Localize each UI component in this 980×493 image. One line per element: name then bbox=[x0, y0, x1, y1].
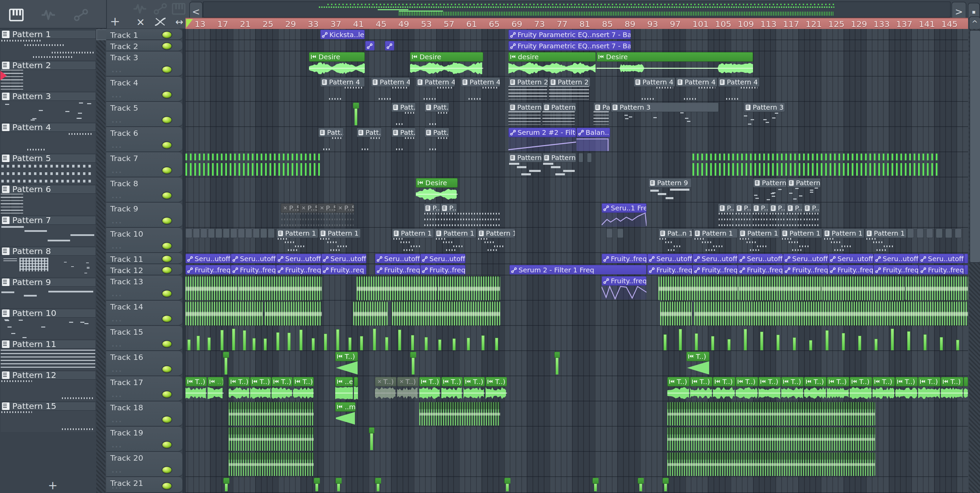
track-mute-led[interactable] bbox=[162, 66, 172, 73]
audio-clip[interactable]: T..) bbox=[250, 377, 271, 400]
audio-spike-clip[interactable] bbox=[288, 333, 291, 350]
clip-header[interactable]: Seru..utoff bbox=[692, 254, 738, 263]
track-name[interactable]: Track 15 bbox=[110, 328, 143, 337]
audio-clip[interactable]: T..) bbox=[185, 377, 207, 400]
clip-header[interactable] bbox=[268, 228, 275, 238]
pattern-thumbnail[interactable] bbox=[1, 163, 95, 184]
clip-header[interactable]: ..m bbox=[335, 402, 356, 412]
automation-clip[interactable]: Fruity Parametric EQ..nsert 7 - Band 1 f… bbox=[508, 30, 631, 39]
automation-clip[interactable]: Seru..utoff bbox=[375, 254, 420, 263]
pattern-clip[interactable]: Pattern 1 bbox=[276, 228, 318, 252]
clip-header[interactable]: Pattern 10 bbox=[753, 178, 787, 188]
automation-clip[interactable]: Fruity..freq bbox=[692, 265, 738, 274]
audio-spike-clip[interactable] bbox=[956, 340, 959, 350]
clip-header[interactable] bbox=[354, 377, 358, 386]
pattern-item[interactable]: Pattern 11 bbox=[1, 340, 95, 370]
clip-header[interactable] bbox=[606, 228, 612, 238]
waveform-tool-icon[interactable] bbox=[133, 3, 147, 15]
audio-spike-clip[interactable] bbox=[907, 331, 910, 350]
track-mute-led[interactable] bbox=[162, 31, 172, 39]
clip-header[interactable]: Pattern 2 bbox=[508, 77, 549, 87]
clip-header[interactable]: Pattern 1 bbox=[392, 228, 434, 238]
pattern-clip[interactable] bbox=[193, 228, 200, 252]
clip-header[interactable]: Pattern 1 bbox=[781, 228, 822, 238]
clip-header[interactable]: P..5 bbox=[718, 203, 735, 213]
track-header-9[interactable]: Track 9... bbox=[106, 203, 182, 228]
clip-header[interactable] bbox=[245, 228, 252, 238]
scroll-up-button[interactable]: ^ bbox=[969, 16, 980, 30]
automation-clip[interactable] bbox=[964, 265, 968, 274]
audio-wave-clip[interactable] bbox=[821, 276, 905, 300]
audio-stab-clip[interactable] bbox=[504, 478, 511, 492]
pattern-clip[interactable]: Patt..12 bbox=[318, 128, 344, 151]
clip-header[interactable]: Patt..12 bbox=[356, 128, 382, 137]
clip-header[interactable]: T..) bbox=[463, 377, 485, 386]
pattern-clip[interactable] bbox=[253, 228, 259, 252]
pattern-item-header[interactable]: Pattern 7 bbox=[1, 216, 96, 225]
clip-header[interactable]: Pattern 4 bbox=[416, 77, 455, 87]
pattern-clip[interactable]: ✕P..5 bbox=[299, 203, 318, 227]
clip-header[interactable] bbox=[238, 228, 245, 238]
clip-header[interactable]: Pattern 4 bbox=[371, 77, 410, 87]
track-mute-led[interactable] bbox=[162, 42, 172, 50]
audio-clip[interactable]: T..) bbox=[690, 377, 713, 400]
audio-dense-clip[interactable] bbox=[229, 453, 314, 476]
pattern-item-header[interactable]: Pattern 9 bbox=[1, 278, 96, 287]
audio-spike-clip[interactable] bbox=[438, 340, 441, 350]
pattern-clip[interactable]: P..5 bbox=[769, 203, 786, 227]
clip-header[interactable] bbox=[926, 228, 933, 238]
pattern-thumbnail[interactable] bbox=[1, 70, 95, 91]
pattern-clip[interactable] bbox=[260, 228, 267, 252]
clip-header[interactable] bbox=[964, 377, 968, 386]
pattern-clip[interactable]: P..5 bbox=[440, 203, 457, 227]
automation-clip[interactable]: Fruity..freq bbox=[375, 265, 420, 274]
pattern-clip[interactable] bbox=[907, 228, 914, 252]
pattern-clip[interactable]: Pattern 10 bbox=[753, 178, 787, 201]
automation-clip[interactable]: Fruity..req #2 bbox=[321, 265, 366, 274]
track-options[interactable]: ... bbox=[111, 192, 123, 200]
audio-spike-clip[interactable] bbox=[482, 335, 485, 350]
clip-header[interactable]: desire bbox=[508, 52, 596, 62]
arrangement-minimap[interactable] bbox=[203, 2, 951, 18]
clip-header[interactable] bbox=[260, 228, 267, 238]
clip-header[interactable]: Fruity..freq bbox=[647, 265, 692, 274]
clip-header[interactable]: Desire bbox=[410, 52, 483, 62]
pattern-clip[interactable]: Pattern 1 bbox=[781, 228, 822, 252]
clip-header[interactable]: Fruity..freq bbox=[601, 254, 647, 263]
slide-tool-icon[interactable] bbox=[153, 16, 167, 28]
clip-header[interactable]: T..) bbox=[804, 377, 827, 386]
automation-clip[interactable]: Seru..utoff bbox=[647, 254, 692, 263]
audio-spike-clip[interactable] bbox=[858, 336, 861, 350]
track-mute-led[interactable] bbox=[162, 192, 172, 199]
track-header-17[interactable]: Track 17... bbox=[106, 376, 182, 401]
audio-clip[interactable]: Desire bbox=[416, 178, 458, 201]
pattern-clip[interactable]: ✕P..5 bbox=[281, 203, 299, 227]
clip-header[interactable]: Patt..12 bbox=[424, 128, 449, 137]
clip-header[interactable]: Pattern 1 bbox=[823, 228, 864, 238]
track-name[interactable]: Track 13 bbox=[110, 278, 143, 286]
audio-stab-clip[interactable] bbox=[336, 478, 342, 492]
add-track-button[interactable]: + bbox=[108, 15, 122, 28]
clip-header[interactable]: ✕P..5 bbox=[318, 203, 336, 213]
track-mute-led[interactable] bbox=[162, 255, 172, 263]
clip-header[interactable]: Pattern 1 bbox=[319, 228, 361, 238]
audio-spike-clip[interactable] bbox=[711, 336, 714, 350]
clip-header[interactable]: T..) bbox=[335, 352, 358, 361]
audio-clip[interactable]: T..) bbox=[713, 377, 735, 400]
track-options[interactable]: ... bbox=[111, 242, 123, 250]
automation-tool-icon[interactable] bbox=[153, 3, 167, 15]
audio-clip[interactable]: T..) bbox=[941, 377, 963, 400]
track-options[interactable]: ... bbox=[111, 416, 123, 424]
pattern-item-header[interactable]: Pattern 1 bbox=[1, 30, 96, 39]
track-name[interactable]: Track 19 bbox=[110, 429, 143, 437]
automation-clip[interactable]: Seru..utoff bbox=[185, 254, 231, 263]
audio-spike-clip[interactable] bbox=[243, 330, 246, 350]
clip-header[interactable]: T..) bbox=[941, 377, 963, 386]
pattern-thumbnail[interactable] bbox=[1, 256, 95, 277]
audio-clip[interactable]: T..) bbox=[804, 377, 827, 400]
audio-spike-clip[interactable] bbox=[875, 339, 878, 350]
audio-dense-clip[interactable] bbox=[419, 402, 500, 426]
audio-clip[interactable]: ✕T..) bbox=[375, 377, 396, 400]
pattern-thumbnail[interactable] bbox=[1, 411, 95, 432]
pattern-clip[interactable]: Patt..15 bbox=[391, 102, 416, 126]
